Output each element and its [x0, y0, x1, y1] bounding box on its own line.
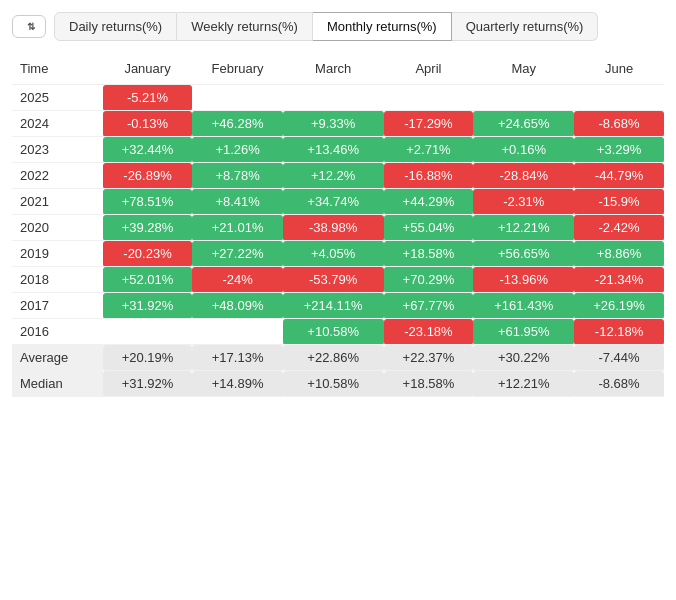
- cell-2020-2: -38.98%: [283, 215, 384, 241]
- cell-2022-5: -44.79%: [574, 163, 664, 189]
- average-cell-2: +22.86%: [283, 345, 384, 371]
- cell-2016-2: +10.58%: [283, 319, 384, 345]
- cell-2023-3: +2.71%: [384, 137, 474, 163]
- cell-2021-0: +78.51%: [103, 189, 193, 215]
- cell-2022-3: -16.88%: [384, 163, 474, 189]
- cell-2017-2: +214.11%: [283, 293, 384, 319]
- cell-2019-4: +56.65%: [473, 241, 574, 267]
- tab-daily[interactable]: Daily returns(%): [54, 12, 177, 41]
- cell-2024-5: -8.68%: [574, 111, 664, 137]
- cell-2016-0: [103, 319, 193, 345]
- table-row: 2018+52.01%-24%-53.79%+70.29%-13.96%-21.…: [12, 267, 664, 293]
- median-label: Median: [12, 371, 103, 397]
- cell-2020-3: +55.04%: [384, 215, 474, 241]
- year-label: 2020: [12, 215, 103, 241]
- table-row: 2023+32.44%+1.26%+13.46%+2.71%+0.16%+3.2…: [12, 137, 664, 163]
- cell-2016-3: -23.18%: [384, 319, 474, 345]
- tab-quarterly[interactable]: Quarterly returns(%): [452, 12, 599, 41]
- cell-2020-4: +12.21%: [473, 215, 574, 241]
- cell-2023-4: +0.16%: [473, 137, 574, 163]
- top-bar: ⇅ Daily returns(%)Weekly returns(%)Month…: [12, 12, 664, 41]
- cell-2024-0: -0.13%: [103, 111, 193, 137]
- year-label: 2016: [12, 319, 103, 345]
- cell-2019-2: +4.05%: [283, 241, 384, 267]
- cell-2019-5: +8.86%: [574, 241, 664, 267]
- cell-2023-1: +1.26%: [192, 137, 282, 163]
- table-row: 2024-0.13%+46.28%+9.33%-17.29%+24.65%-8.…: [12, 111, 664, 137]
- table-row: 2017+31.92%+48.09%+214.11%+67.77%+161.43…: [12, 293, 664, 319]
- header-june: June: [574, 53, 664, 85]
- median-cell-0: +31.92%: [103, 371, 193, 397]
- average-cell-4: +30.22%: [473, 345, 574, 371]
- cell-2016-5: -12.18%: [574, 319, 664, 345]
- cell-2024-4: +24.65%: [473, 111, 574, 137]
- table-row: 2019-20.23%+27.22%+4.05%+18.58%+56.65%+8…: [12, 241, 664, 267]
- average-cell-5: -7.44%: [574, 345, 664, 371]
- cell-2017-0: +31.92%: [103, 293, 193, 319]
- returns-table: TimeJanuaryFebruaryMarchAprilMayJune 202…: [12, 53, 664, 397]
- median-row: Median+31.92%+14.89%+10.58%+18.58%+12.21…: [12, 371, 664, 397]
- cell-2017-3: +67.77%: [384, 293, 474, 319]
- average-label: Average: [12, 345, 103, 371]
- tab-group: Daily returns(%)Weekly returns(%)Monthly…: [54, 12, 598, 41]
- tab-monthly[interactable]: Monthly returns(%): [313, 12, 452, 41]
- cell-2020-5: -2.42%: [574, 215, 664, 241]
- year-label: 2023: [12, 137, 103, 163]
- cell-2021-1: +8.41%: [192, 189, 282, 215]
- asset-selector[interactable]: ⇅: [12, 15, 46, 38]
- average-cell-3: +22.37%: [384, 345, 474, 371]
- median-cell-1: +14.89%: [192, 371, 282, 397]
- header-time: Time: [12, 53, 103, 85]
- cell-2022-1: +8.78%: [192, 163, 282, 189]
- cell-2025-3: [384, 85, 474, 111]
- cell-2024-1: +46.28%: [192, 111, 282, 137]
- cell-2025-4: [473, 85, 574, 111]
- table-row: 2020+39.28%+21.01%-38.98%+55.04%+12.21%-…: [12, 215, 664, 241]
- table-row: 2021+78.51%+8.41%+34.74%+44.29%-2.31%-15…: [12, 189, 664, 215]
- cell-2018-0: +52.01%: [103, 267, 193, 293]
- cell-2025-1: [192, 85, 282, 111]
- cell-2020-1: +21.01%: [192, 215, 282, 241]
- cell-2024-3: -17.29%: [384, 111, 474, 137]
- median-cell-2: +10.58%: [283, 371, 384, 397]
- cell-2022-0: -26.89%: [103, 163, 193, 189]
- cell-2021-3: +44.29%: [384, 189, 474, 215]
- cell-2019-0: -20.23%: [103, 241, 193, 267]
- cell-2024-2: +9.33%: [283, 111, 384, 137]
- app-container: ⇅ Daily returns(%)Weekly returns(%)Month…: [0, 0, 676, 409]
- tab-weekly[interactable]: Weekly returns(%): [177, 12, 313, 41]
- cell-2019-3: +18.58%: [384, 241, 474, 267]
- cell-2018-2: -53.79%: [283, 267, 384, 293]
- average-cell-1: +17.13%: [192, 345, 282, 371]
- header-january: January: [103, 53, 193, 85]
- year-label: 2022: [12, 163, 103, 189]
- cell-2017-1: +48.09%: [192, 293, 282, 319]
- cell-2016-1: [192, 319, 282, 345]
- cell-2020-0: +39.28%: [103, 215, 193, 241]
- header-march: March: [283, 53, 384, 85]
- table-header-row: TimeJanuaryFebruaryMarchAprilMayJune: [12, 53, 664, 85]
- cell-2021-4: -2.31%: [473, 189, 574, 215]
- year-label: 2024: [12, 111, 103, 137]
- cell-2018-4: -13.96%: [473, 267, 574, 293]
- median-cell-4: +12.21%: [473, 371, 574, 397]
- cell-2018-5: -21.34%: [574, 267, 664, 293]
- header-april: April: [384, 53, 474, 85]
- header-february: February: [192, 53, 282, 85]
- cell-2023-0: +32.44%: [103, 137, 193, 163]
- cell-2022-2: +12.2%: [283, 163, 384, 189]
- cell-2025-0: -5.21%: [103, 85, 193, 111]
- average-cell-0: +20.19%: [103, 345, 193, 371]
- cell-2017-5: +26.19%: [574, 293, 664, 319]
- cell-2021-2: +34.74%: [283, 189, 384, 215]
- median-cell-3: +18.58%: [384, 371, 474, 397]
- header-may: May: [473, 53, 574, 85]
- year-label: 2017: [12, 293, 103, 319]
- table-row: 2022-26.89%+8.78%+12.2%-16.88%-28.84%-44…: [12, 163, 664, 189]
- year-label: 2021: [12, 189, 103, 215]
- cell-2018-3: +70.29%: [384, 267, 474, 293]
- year-label: 2025: [12, 85, 103, 111]
- average-row: Average+20.19%+17.13%+22.86%+22.37%+30.2…: [12, 345, 664, 371]
- cell-2025-5: [574, 85, 664, 111]
- median-cell-5: -8.68%: [574, 371, 664, 397]
